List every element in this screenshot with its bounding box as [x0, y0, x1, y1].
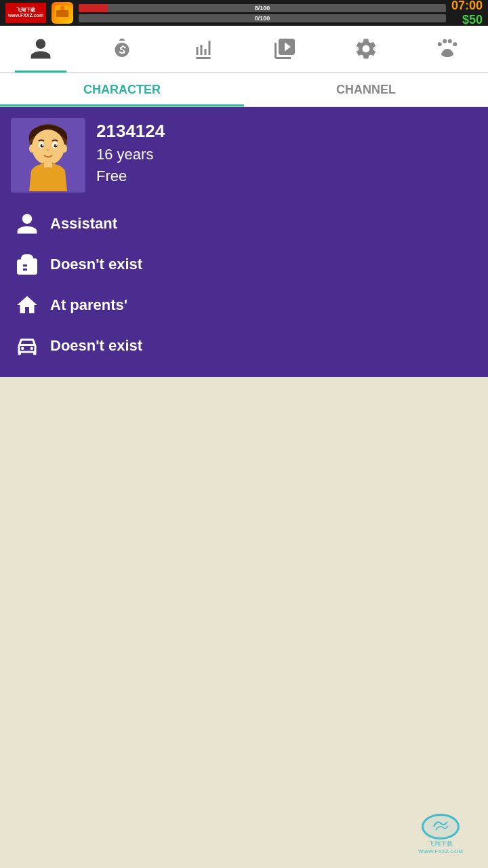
avatar-container: [11, 118, 85, 193]
car-icon: [14, 332, 41, 359]
tabs: CHARACTER CHANNEL: [0, 73, 488, 107]
profile-name: 2134124: [96, 121, 165, 142]
svg-point-7: [41, 144, 44, 147]
watermark-text-line2: WWW.FXXZ.COM: [418, 848, 463, 854]
profile-age: 16 years: [96, 146, 165, 163]
svg-point-14: [21, 347, 24, 351]
watermark-circle: [422, 814, 460, 840]
status-bar: 飞翔下载www.FXXZ.com 8/100 0/100 07:00 $50: [0, 0, 488, 26]
car-text: Doesn't exist: [50, 337, 142, 355]
svg-point-9: [42, 144, 43, 146]
svg-point-4: [32, 130, 64, 165]
job-text: Assistant: [50, 215, 117, 233]
bottom-watermark: 飞翔下载 WWW.FXXZ.COM: [400, 814, 481, 854]
nav-person[interactable]: [15, 33, 66, 64]
nav-bar: [0, 26, 488, 73]
profile-status: Free: [96, 167, 165, 185]
svg-point-15: [30, 347, 34, 351]
briefcase-icon: [14, 251, 41, 278]
profile-card: 2134124 16 years Free Assistant Doesn't …: [0, 107, 488, 377]
person-icon: [14, 210, 41, 237]
svg-point-2: [60, 6, 64, 10]
nav-chart[interactable]: [178, 33, 229, 64]
nav-film[interactable]: [259, 33, 310, 64]
svg-point-10: [56, 144, 57, 146]
watermark-text-line1: 飞翔下载: [428, 840, 453, 848]
svg-point-12: [62, 144, 67, 153]
info-row-briefcase: Doesn't exist: [11, 244, 477, 285]
money-display: $50: [462, 13, 483, 27]
info-row-house: At parents': [11, 285, 477, 326]
energy-bar-bg: 0/100: [79, 14, 446, 22]
svg-rect-1: [56, 10, 68, 17]
house-icon: [14, 292, 41, 319]
health-bars: 8/100 0/100: [79, 4, 446, 22]
tab-character[interactable]: CHARACTER: [0, 73, 244, 106]
tab-channel[interactable]: CHANNEL: [244, 73, 488, 106]
watermark-logo: 飞翔下载www.FXXZ.com: [5, 3, 46, 23]
profile-info: 2134124 16 years Free: [96, 118, 165, 185]
profile-top: 2134124 16 years Free: [11, 118, 477, 193]
energy-bar-row: 0/100: [79, 14, 446, 22]
time-money: 07:00 $50: [451, 0, 483, 27]
energy-bar-label: 0/100: [79, 14, 446, 22]
nav-money[interactable]: [96, 33, 148, 64]
hp-bar-bg: 8/100: [79, 4, 446, 12]
svg-point-8: [54, 144, 58, 147]
nav-paw[interactable]: [422, 33, 473, 64]
app-icon: [52, 2, 73, 24]
hp-bar-row: 8/100: [79, 4, 446, 12]
svg-point-11: [29, 144, 35, 153]
time-display: 07:00: [451, 0, 483, 13]
nav-settings[interactable]: [340, 33, 392, 64]
svg-rect-13: [44, 162, 52, 167]
info-row-job: Assistant: [11, 203, 477, 244]
work-text: Doesn't exist: [50, 256, 142, 273]
home-text: At parents': [50, 296, 127, 314]
hp-bar-label: 8/100: [79, 4, 446, 12]
info-row-car: Doesn't exist: [11, 326, 477, 366]
